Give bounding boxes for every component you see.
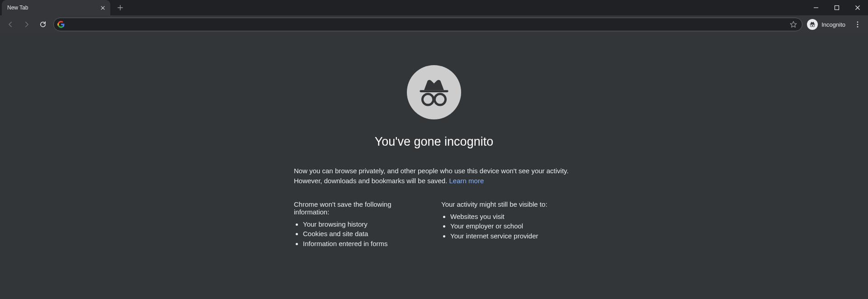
incognito-indicator[interactable]: Incognito <box>805 18 849 31</box>
window-controls <box>806 0 868 15</box>
arrow-right-icon <box>23 20 31 28</box>
svg-point-6 <box>857 26 859 28</box>
incognito-label: Incognito <box>821 21 845 28</box>
nav-back-button[interactable] <box>3 17 18 32</box>
svg-point-5 <box>857 24 859 25</box>
google-favicon-icon <box>57 21 65 28</box>
maximize-icon <box>834 5 840 10</box>
tab-close-button[interactable] <box>99 4 107 12</box>
svg-point-3 <box>812 25 815 27</box>
nav-reload-button[interactable] <box>35 17 51 32</box>
reload-icon <box>39 20 47 28</box>
col2-list: Websites you visit Your employer or scho… <box>441 212 574 241</box>
window-minimize-button[interactable] <box>806 0 826 15</box>
col2-lead: Your activity might still be visible to: <box>441 200 574 208</box>
arrow-left-icon <box>6 20 14 28</box>
list-item: Your employer or school <box>450 221 574 231</box>
browser-menu-button[interactable] <box>850 17 865 32</box>
titlebar: New Tab <box>0 0 868 15</box>
tabstrip: New Tab <box>0 0 806 15</box>
plus-icon <box>117 5 123 11</box>
learn-more-link[interactable]: Learn more <box>449 177 484 185</box>
col-wont-save: Chrome won't save the following informat… <box>294 200 427 249</box>
window-close-button[interactable] <box>847 0 868 15</box>
page-heading: You've gone incognito <box>294 135 574 149</box>
svg-point-4 <box>857 21 859 23</box>
incognito-badge-icon <box>807 19 818 30</box>
browser-tab[interactable]: New Tab <box>2 0 110 15</box>
new-tab-button[interactable] <box>114 1 127 14</box>
col-still-visible: Your activity might still be visible to:… <box>441 200 574 249</box>
list-item: Your browsing history <box>303 219 427 229</box>
incognito-panel: You've gone incognito Now you can browse… <box>294 33 574 299</box>
svg-point-9 <box>434 94 445 105</box>
bookmark-button[interactable] <box>788 19 799 30</box>
intro-text: Now you can browse privately, and other … <box>294 167 569 185</box>
tab-title: New Tab <box>7 5 95 11</box>
list-item: Your internet service provider <box>450 231 574 241</box>
svg-point-2 <box>810 25 812 27</box>
star-icon <box>789 20 797 28</box>
svg-point-8 <box>422 94 433 105</box>
incognito-hero-icon <box>407 65 461 119</box>
list-item: Cookies and site data <box>303 229 427 239</box>
col1-lead: Chrome won't save the following informat… <box>294 200 427 216</box>
toolbar: Incognito <box>0 15 868 33</box>
intro-paragraph: Now you can browse privately, and other … <box>294 166 574 186</box>
kebab-menu-icon <box>854 20 862 28</box>
list-item: Websites you visit <box>450 212 574 222</box>
nav-forward-button[interactable] <box>19 17 34 32</box>
omnibox[interactable] <box>53 18 802 31</box>
close-icon <box>855 5 860 10</box>
list-item: Information entered in forms <box>303 239 427 249</box>
omnibox-input[interactable] <box>67 18 785 31</box>
window-maximize-button[interactable] <box>826 0 847 15</box>
svg-rect-7 <box>420 90 448 92</box>
col1-list: Your browsing history Cookies and site d… <box>294 219 427 249</box>
close-icon <box>100 5 105 10</box>
info-columns: Chrome won't save the following informat… <box>294 200 574 249</box>
svg-rect-0 <box>835 6 839 10</box>
svg-rect-1 <box>810 24 815 24</box>
minimize-icon <box>813 5 819 10</box>
page-content: You've gone incognito Now you can browse… <box>0 33 868 299</box>
